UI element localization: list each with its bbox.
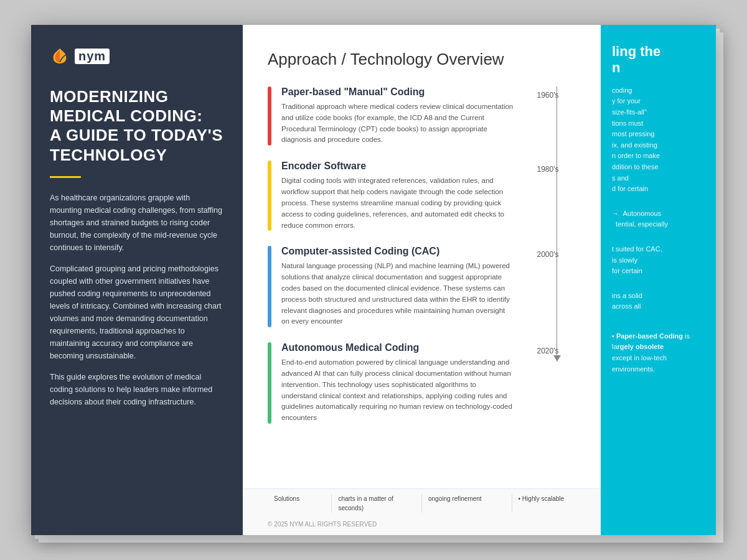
item-desc-paper-based: Traditional approach where medical coder… <box>281 101 514 146</box>
logo-area: nym <box>50 47 224 65</box>
bottom-col-3: ongoing refinement <box>422 494 512 513</box>
right-panel-content: ling then coding y for your size-fits-al… <box>612 44 705 375</box>
timeline-item-cac: Computer-assisted Coding (CAC) Natural l… <box>268 246 570 327</box>
date-2000s: 2000's <box>537 250 559 259</box>
left-body-para-3: This guide explores the evolution of med… <box>50 371 224 408</box>
left-panel: nym MODERNIZINGMEDICAL CODING:A GUIDE TO… <box>31 25 243 535</box>
item-desc-encoder: Digital coding tools with integrated ref… <box>281 175 514 231</box>
timeline-item-encoder: Encoder Software Digital coding tools wi… <box>268 161 570 231</box>
center-panel: Approach / Technology Overview Paper-bas… <box>243 25 601 535</box>
right-body-1: coding y for your size-fits-all" tions m… <box>612 85 705 195</box>
timeline-container: Paper-based "Manual" Coding Traditional … <box>268 86 570 424</box>
timeline-item-paper-based: Paper-based "Manual" Coding Traditional … <box>268 86 570 146</box>
item-content-paper-based: Paper-based "Manual" Coding Traditional … <box>281 86 526 146</box>
right-arrow-icon: → <box>612 208 619 220</box>
date-2020s: 2020's <box>537 347 559 355</box>
item-content-autonomous: Autonomous Medical Coding End-to-end aut… <box>281 342 526 424</box>
nym-leaf-icon <box>50 47 70 65</box>
date-1960s: 1960's <box>537 91 559 100</box>
bottom-strip: Solutions charts in a matter of seconds)… <box>243 488 601 535</box>
right-bottom-bullet: • Paper-based Coding is largely obsolete… <box>612 331 705 375</box>
item-content-encoder: Encoder Software Digital coding tools wi… <box>281 161 526 231</box>
document-main: nym MODERNIZINGMEDICAL CODING:A GUIDE TO… <box>31 25 716 535</box>
main-title: MODERNIZINGMEDICAL CODING:A GUIDE TO TOD… <box>50 87 224 165</box>
item-title-paper-based: Paper-based "Manual" Coding <box>281 86 514 98</box>
right-body-3: t suited for CAC, is slowly for certain <box>612 244 705 277</box>
color-bar-red <box>268 86 271 146</box>
right-panel: ling then coding y for your size-fits-al… <box>601 25 716 535</box>
copyright: © 2025 NYM ALL RIGHTS RESERVED <box>268 521 377 528</box>
bottom-col-2: charts in a matter of seconds) <box>332 494 422 513</box>
bottom-col-4: • Highly scalable <box>512 494 576 513</box>
item-title-autonomous: Autonomous Medical Coding <box>281 342 514 353</box>
item-title-cac: Computer-assisted Coding (CAC) <box>281 246 514 257</box>
timeline-item-autonomous: Autonomous Medical Coding End-to-end aut… <box>268 342 570 424</box>
item-desc-cac: Natural language processing (NLP) and ma… <box>281 261 514 327</box>
color-bar-green <box>268 342 271 424</box>
right-body-2: → Autonomous tential, especially <box>612 208 705 230</box>
left-body-para-2: Complicated grouping and pricing methodo… <box>50 263 224 362</box>
right-body-4: ins a solid across all <box>612 291 705 312</box>
bottom-table-row: Solutions charts in a matter of seconds)… <box>268 494 576 513</box>
bottom-col-1: Solutions <box>268 494 332 513</box>
date-1980s: 1980's <box>537 165 559 174</box>
color-bar-yellow <box>268 161 271 231</box>
item-title-encoder: Encoder Software <box>281 161 514 172</box>
logo-text: nym <box>75 49 110 64</box>
left-body-para-1: As healthcare organizations grapple with… <box>50 192 224 254</box>
item-content-cac: Computer-assisted Coding (CAC) Natural l… <box>281 246 526 327</box>
yellow-divider <box>50 176 81 178</box>
right-heading: ling then <box>612 44 705 77</box>
page-title: Approach / Technology Overview <box>268 50 570 69</box>
color-bar-blue <box>268 246 271 327</box>
item-desc-autonomous: End-to-end automation powered by clinica… <box>281 357 514 424</box>
